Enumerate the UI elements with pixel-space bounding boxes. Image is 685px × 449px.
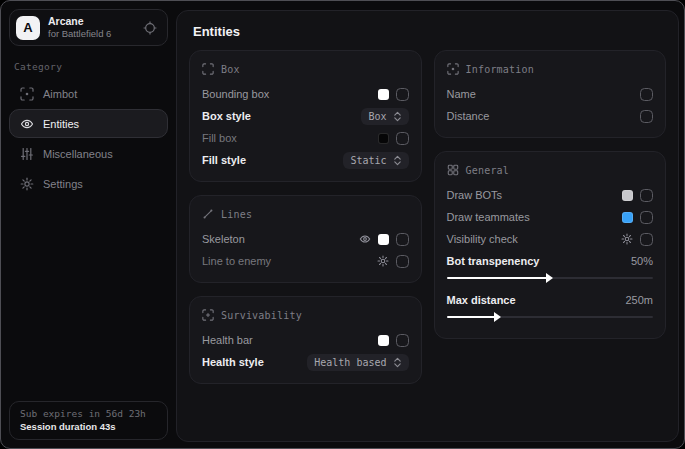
skeleton-checkbox[interactable] (396, 233, 409, 246)
sidebar-item-miscellaneous[interactable]: Miscellaneous (9, 139, 168, 168)
box-brackets-icon (202, 63, 214, 75)
health-style-row: Health style Health based (202, 351, 409, 373)
right-column: Information Name Distance (434, 50, 667, 339)
box-section-header: Box (202, 63, 409, 75)
line-to-enemy-label: Line to enemy (202, 255, 271, 267)
health-bar-color-swatch[interactable] (378, 335, 389, 346)
main-panel: Entities Box Bounding box (176, 10, 679, 442)
unfold-icon (393, 111, 402, 122)
general-section: General Draw BOTs Draw teammates (434, 151, 667, 339)
lines-section: Lines Skeleton (189, 195, 422, 283)
app-title: Arcane (48, 15, 111, 28)
health-bar-checkbox[interactable] (396, 334, 409, 347)
survivability-section-header: Survivability (202, 309, 409, 321)
bot-transparency-row: Bot transpenency 50% (447, 250, 654, 272)
bot-transparency-value: 50% (631, 255, 653, 267)
draw-bots-label: Draw BOTs (447, 189, 503, 201)
box-style-row: Box style Box (202, 105, 409, 127)
section-title: General (466, 165, 510, 176)
fill-style-value: Static (350, 155, 386, 166)
visibility-check-label: Visibility check (447, 233, 518, 245)
name-checkbox[interactable] (640, 88, 653, 101)
subscription-info-card: Sub expires in 56d 23h Session duration … (9, 401, 168, 440)
skeleton-color-swatch[interactable] (378, 234, 389, 245)
lines-section-header: Lines (202, 208, 409, 220)
draw-teammates-color-swatch[interactable] (622, 212, 633, 223)
name-label: Name (447, 88, 476, 100)
slider-thumb[interactable] (494, 312, 501, 322)
box-style-dropdown[interactable]: Box (361, 108, 408, 125)
fill-style-row: Fill style Static (202, 149, 409, 171)
bounding-box-label: Bounding box (202, 88, 269, 100)
general-section-header: General (447, 164, 654, 176)
sliders-icon (20, 147, 34, 161)
name-row: Name (447, 83, 654, 105)
line-to-enemy-row: Line to enemy (202, 250, 409, 272)
health-style-value: Health based (314, 357, 386, 368)
section-title: Lines (221, 209, 252, 220)
sidebar-header-text: Arcane for Battlefield 6 (48, 15, 111, 40)
fill-style-label: Fill style (202, 154, 246, 166)
session-duration-text: Session duration 43s (20, 421, 157, 432)
bounding-box-checkbox[interactable] (396, 88, 409, 101)
sub-expiry-text: Sub expires in 56d 23h (20, 408, 157, 419)
box-section: Box Bounding box Box style Box (189, 50, 422, 182)
sidebar-item-label: Miscellaneous (43, 148, 113, 160)
fill-style-dropdown[interactable]: Static (343, 152, 408, 169)
box-style-label: Box style (202, 110, 251, 122)
gear-icon (20, 177, 34, 191)
sidebar-item-settings[interactable]: Settings (9, 169, 168, 198)
grid-icon (447, 164, 459, 176)
slider-thumb[interactable] (546, 273, 553, 283)
max-distance-slider[interactable] (447, 312, 654, 322)
page-title: Entities (193, 24, 666, 39)
diagonal-line-icon (202, 208, 214, 220)
section-title: Box (221, 64, 240, 75)
eye-icon[interactable] (359, 233, 371, 245)
sidebar-item-label: Entities (43, 118, 79, 130)
bot-transparency-label: Bot transpenency (447, 255, 540, 267)
sidebar-item-aimbot[interactable]: Aimbot (9, 79, 168, 108)
eye-scan-icon (20, 117, 34, 131)
app-subtitle: for Battlefield 6 (48, 28, 111, 40)
bot-transparency-slider[interactable] (447, 273, 654, 283)
draw-teammates-label: Draw teammates (447, 211, 530, 223)
gear-icon[interactable] (621, 233, 633, 245)
bounding-box-row: Bounding box (202, 83, 409, 105)
avatar: A (16, 16, 40, 40)
unfold-icon (393, 155, 402, 166)
sidebar-header-card: A Arcane for Battlefield 6 (9, 9, 168, 46)
max-distance-label: Max distance (447, 294, 516, 306)
unfold-icon (393, 357, 402, 368)
fill-box-checkbox[interactable] (396, 132, 409, 145)
survivability-section: Survivability Health bar Health style (189, 296, 422, 384)
health-style-dropdown[interactable]: Health based (307, 354, 408, 371)
max-distance-row: Max distance 250m (447, 289, 654, 311)
draw-bots-color-swatch[interactable] (622, 190, 633, 201)
bounding-box-color-swatch[interactable] (378, 89, 389, 100)
visibility-check-checkbox[interactable] (640, 233, 653, 246)
health-bar-label: Health bar (202, 334, 253, 346)
max-distance-value: 250m (625, 294, 653, 306)
visibility-check-row: Visibility check (447, 228, 654, 250)
gear-icon[interactable] (377, 255, 389, 267)
distance-row: Distance (447, 105, 654, 127)
category-label: Category (14, 61, 168, 72)
crosshair-icon[interactable] (143, 21, 157, 35)
draw-teammates-checkbox[interactable] (640, 211, 653, 224)
sidebar-item-entities[interactable]: Entities (9, 109, 168, 138)
slider-fill (447, 277, 550, 279)
draw-bots-checkbox[interactable] (640, 189, 653, 202)
health-bar-row: Health bar (202, 329, 409, 351)
content-columns: Box Bounding box Box style Box (189, 50, 666, 384)
distance-label: Distance (447, 110, 490, 122)
fill-box-color-swatch[interactable] (378, 133, 389, 144)
fill-box-label: Fill box (202, 132, 237, 144)
skeleton-row: Skeleton (202, 228, 409, 250)
section-title: Information (466, 64, 534, 75)
line-to-enemy-checkbox[interactable] (396, 255, 409, 268)
distance-checkbox[interactable] (640, 110, 653, 123)
information-section: Information Name Distance (434, 50, 667, 138)
app-window: A Arcane for Battlefield 6 Category (0, 0, 685, 449)
sidebar-item-label: Settings (43, 178, 83, 190)
